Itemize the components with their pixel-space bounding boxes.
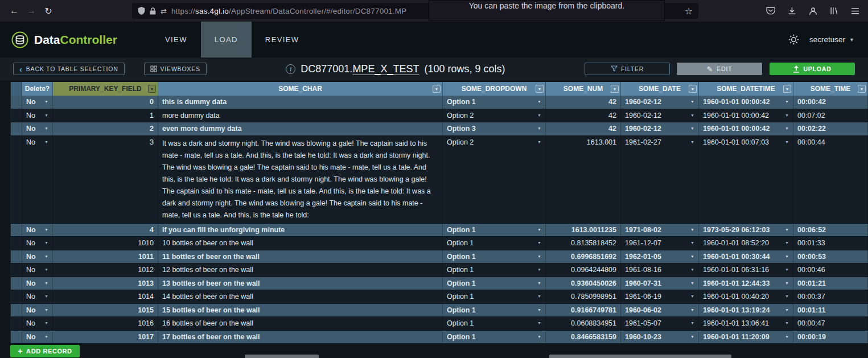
filter-dropdown-icon[interactable]: ▼ (433, 85, 441, 93)
primary-key-cell[interactable]: 1017 (53, 331, 158, 344)
primary-key-cell[interactable]: 1011 (53, 250, 158, 264)
delete-select[interactable]: No▼ (22, 290, 53, 303)
some-char-cell[interactable]: It was a dark and stormy night. The wind… (158, 136, 443, 223)
some-char-cell[interactable]: more dummy data (158, 109, 443, 122)
nav-tab-review[interactable]: REVIEW (252, 22, 313, 57)
dropdown-select[interactable]: Option 1▼ (443, 277, 546, 290)
some-num-cell[interactable]: 42 (546, 109, 621, 122)
delete-select[interactable]: No▼ (22, 331, 53, 344)
column-header-some-date[interactable]: SOME_DATE▼ (621, 82, 699, 96)
primary-key-cell[interactable]: 1010 (53, 237, 158, 250)
column-header-some-dropdown[interactable]: SOME_DROPDOWN▼ (443, 82, 546, 96)
filter-dropdown-icon[interactable]: ▼ (783, 85, 791, 93)
primary-key-cell[interactable]: 1013 (53, 277, 158, 290)
primary-key-cell[interactable]: 3 (53, 136, 158, 223)
delete-select[interactable]: No▼ (22, 237, 53, 250)
datetime-picker-cell[interactable]: 1960-01-01 00:07:03▼ (699, 136, 793, 223)
column-header-primary-key-field[interactable]: PRIMARY_KEY_FIELD▼ (53, 82, 158, 96)
datetime-picker-cell[interactable]: 1960-01-01 00:40:20▼ (699, 290, 793, 303)
row-handle[interactable] (11, 136, 22, 223)
pocket-icon[interactable] (762, 3, 779, 19)
dropdown-select[interactable]: Option 1▼ (443, 224, 546, 237)
column-header-some-datetime[interactable]: SOME_DATETIME▼ (699, 82, 793, 96)
primary-key-cell[interactable]: 2 (53, 122, 158, 135)
user-menu[interactable]: secretuser ▼ (809, 35, 854, 44)
column-header-delete[interactable]: Delete? (22, 82, 53, 96)
filter-dropdown-icon[interactable]: ▼ (148, 85, 156, 93)
some-char-cell[interactable]: 16 bottles of beer on the wall (158, 317, 443, 330)
delete-select[interactable]: No▼ (22, 264, 53, 277)
some-time-cell[interactable]: 00:00:53 (793, 250, 868, 264)
date-picker-cell[interactable]: 1960-10-23▼ (621, 331, 699, 344)
row-handle[interactable] (11, 224, 22, 237)
date-picker-cell[interactable]: 1961-12-07▼ (621, 237, 699, 250)
some-num-cell[interactable]: 1613.0011235 (546, 224, 621, 237)
primary-key-cell[interactable]: 4 (53, 224, 158, 237)
row-handle[interactable] (11, 317, 22, 330)
some-num-cell[interactable]: 0.8135818452 (546, 237, 621, 250)
row-handle[interactable] (11, 109, 22, 122)
datetime-picker-cell[interactable]: 1960-01-01 00:00:42▼ (699, 122, 793, 135)
dropdown-select[interactable]: Option 3▼ (443, 122, 546, 135)
viewboxes-button[interactable]: VIEWBOXES (144, 63, 207, 75)
datetime-picker-cell[interactable]: 1960-01-01 13:06:41▼ (699, 317, 793, 330)
refresh-button[interactable]: ↻ (40, 3, 57, 19)
primary-key-cell[interactable]: 0 (53, 96, 158, 109)
some-time-cell[interactable]: 00:02:22 (793, 122, 868, 135)
some-time-cell[interactable]: 00:01:21 (793, 277, 868, 290)
some-num-cell[interactable]: 0.9166749781 (546, 304, 621, 317)
dropdown-select[interactable]: Option 1▼ (443, 304, 546, 317)
some-num-cell[interactable]: 0.8466583159 (546, 331, 621, 344)
downloads-icon[interactable] (783, 3, 800, 19)
datetime-picker-cell[interactable]: 1960-01-01 08:52:20▼ (699, 237, 793, 250)
delete-select[interactable]: No▼ (22, 250, 53, 264)
primary-key-cell[interactable]: 1012 (53, 264, 158, 277)
delete-select[interactable]: No▼ (22, 317, 53, 330)
some-time-cell[interactable]: 00:00:47 (793, 317, 868, 330)
delete-select[interactable]: No▼ (22, 224, 53, 237)
upload-button[interactable]: UPLOAD (770, 63, 855, 75)
dropdown-select[interactable]: Option 1▼ (443, 250, 546, 264)
some-char-cell[interactable]: 11 bottles of beer on the wall (158, 250, 443, 264)
dropdown-select[interactable]: Option 1▼ (443, 331, 546, 344)
dropdown-select[interactable]: Option 1▼ (443, 264, 546, 277)
info-icon[interactable]: i (286, 64, 295, 74)
some-time-cell[interactable]: 00:01:33 (793, 237, 868, 250)
dropdown-select[interactable]: Option 1▼ (443, 237, 546, 250)
datetime-picker-cell[interactable]: 1960-01-01 13:19:24▼ (699, 304, 793, 317)
primary-key-cell[interactable]: 1015 (53, 304, 158, 317)
some-time-cell[interactable]: 00:07:02 (793, 109, 868, 122)
some-time-cell[interactable]: 00:01:11 (793, 304, 868, 317)
row-handle[interactable] (11, 304, 22, 317)
dropdown-select[interactable]: Option 1▼ (443, 317, 546, 330)
filter-button[interactable]: FILTER (585, 63, 670, 75)
lock-icon[interactable] (150, 7, 156, 15)
filter-dropdown-icon[interactable]: ▼ (611, 85, 619, 93)
column-header-some-char[interactable]: SOME_CHAR▼ (158, 82, 443, 96)
datetime-picker-cell[interactable]: 1960-01-01 06:31:16▼ (699, 264, 793, 277)
row-handle[interactable] (11, 122, 22, 135)
some-char-cell[interactable]: if you can fill the unforgiving minute (158, 224, 443, 237)
some-char-cell[interactable]: 15 bottles of beer on the wall (158, 304, 443, 317)
column-header-some-num[interactable]: SOME_NUM▼ (546, 82, 621, 96)
datetime-picker-cell[interactable]: 1973-05-29 06:12:03▼ (699, 224, 793, 237)
dropdown-select[interactable]: Option 1▼ (443, 96, 546, 109)
some-time-cell[interactable]: 00:00:37 (793, 290, 868, 303)
library-icon[interactable] (825, 3, 842, 19)
column-header-some-time[interactable]: SOME_TIME▼ (793, 82, 868, 96)
datetime-picker-cell[interactable]: 1960-01-01 00:30:44▼ (699, 250, 793, 264)
shield-icon[interactable] (138, 7, 145, 15)
some-char-cell[interactable]: 13 bottles of beer on the wall (158, 277, 443, 290)
date-picker-cell[interactable]: 1961-02-27▼ (621, 136, 699, 223)
nav-tab-view[interactable]: VIEW (151, 22, 201, 57)
delete-select[interactable]: No▼ (22, 122, 53, 135)
row-handle[interactable] (11, 331, 22, 344)
filter-dropdown-icon[interactable]: ▼ (536, 85, 544, 93)
some-num-cell[interactable]: 42 (546, 96, 621, 109)
account-icon[interactable] (804, 3, 821, 19)
some-char-cell[interactable]: 10 bottles of beer on the wall (158, 237, 443, 250)
back-button[interactable]: ← (6, 3, 23, 19)
datetime-picker-cell[interactable]: 1960-01-01 00:00:42▼ (699, 96, 793, 109)
row-handle[interactable] (11, 237, 22, 250)
dropdown-select[interactable]: Option 2▼ (443, 136, 546, 223)
